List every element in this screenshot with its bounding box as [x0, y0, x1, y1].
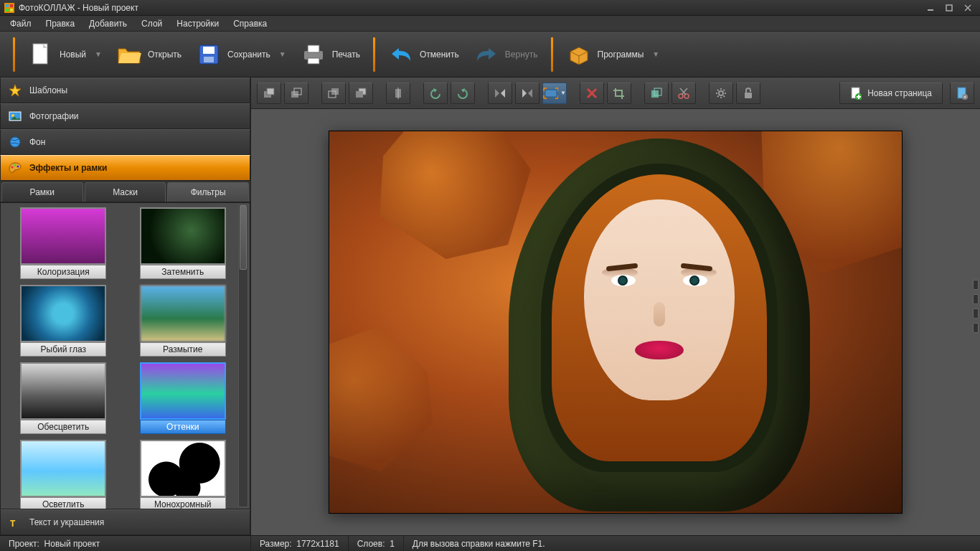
copy-button[interactable] [644, 83, 669, 104]
side-grips [973, 280, 979, 333]
grip[interactable] [973, 280, 979, 290]
grip[interactable] [973, 309, 979, 319]
menu-edit[interactable]: Правка [39, 17, 83, 31]
filter-item-light[interactable]: Осветлить [6, 440, 121, 509]
redo-label: Вернуть [505, 50, 538, 60]
menubar: Файл Правка Добавить Слой Настройки Спра… [0, 16, 980, 32]
open-button[interactable]: Открыть [109, 37, 189, 72]
redo-button[interactable]: Вернуть [466, 37, 545, 72]
undo-icon [388, 42, 414, 67]
accordion-templates[interactable]: Шаблоны [0, 77, 250, 103]
programs-label: Программы [598, 50, 644, 60]
svg-rect-41 [545, 90, 557, 97]
filter-item-blur[interactable]: Размытие [126, 285, 240, 357]
lock-button[interactable] [736, 83, 760, 104]
bring-forward-button[interactable] [284, 83, 308, 104]
svg-point-19 [11, 114, 14, 117]
page-add-icon [850, 87, 862, 100]
filter-item-hue[interactable]: Оттенки [126, 362, 240, 434]
chevron-down-icon: ▼ [279, 50, 286, 58]
print-label: Печать [332, 50, 360, 60]
menu-add[interactable]: Добавить [82, 17, 134, 31]
rotate-right-button[interactable] [451, 83, 475, 104]
open-label: Открыть [148, 50, 182, 60]
flip-v-button[interactable] [515, 83, 540, 104]
layer-toolbar: ▼ Новая страница [251, 77, 980, 109]
side-panel: Шаблоны Фотографии Фон Эффекты и рамки Р… [0, 77, 251, 535]
status-project: Проект: Новый проект [0, 536, 251, 551]
palette-icon [8, 161, 22, 175]
align-center-button[interactable] [386, 83, 410, 104]
svg-rect-15 [308, 45, 319, 52]
menu-layer[interactable]: Слой [134, 17, 169, 31]
status-value: 1 [390, 539, 395, 549]
filter-thumb [20, 285, 106, 342]
accordion-label: Эффекты и рамки [29, 163, 108, 173]
menu-settings[interactable]: Настройки [169, 17, 226, 31]
tab-masks[interactable]: Маски [85, 182, 166, 202]
send-backward-button[interactable] [321, 83, 346, 104]
page-settings-button[interactable] [950, 83, 974, 104]
canvas[interactable] [329, 131, 903, 514]
save-label: Сохранить [227, 50, 270, 60]
flip-h-button[interactable] [488, 83, 512, 104]
tab-filters[interactable]: Фильтры [167, 182, 249, 202]
accordion-effects[interactable]: Эффекты и рамки [0, 155, 250, 181]
canvas-area[interactable] [251, 109, 980, 535]
menu-file[interactable]: Файл [3, 17, 39, 31]
cut-button[interactable] [672, 83, 696, 104]
svg-point-46 [679, 94, 683, 98]
tab-frames[interactable]: Рамки [1, 182, 83, 202]
send-back-button[interactable] [349, 83, 373, 104]
delete-button[interactable] [580, 83, 604, 104]
filter-label: Осветлить [20, 497, 106, 509]
status-label: Размер: [260, 539, 292, 549]
filter-item-desat[interactable]: Обесцветить [6, 362, 121, 434]
svg-marker-37 [495, 89, 499, 98]
scrollbar-thumb[interactable] [240, 205, 247, 270]
new-page-label: Новая страница [867, 88, 932, 98]
crop-button[interactable] [607, 83, 631, 104]
main-toolbar: Новый▼ Открыть Сохранить▼ Печать Отменит… [0, 32, 980, 77]
print-button[interactable]: Печать [293, 37, 367, 72]
grip[interactable] [973, 294, 979, 304]
filter-label: Рыбий глаз [20, 342, 106, 357]
svg-point-50 [719, 91, 723, 95]
rotate-left-button[interactable] [423, 83, 448, 104]
filter-thumb [140, 285, 226, 342]
bring-front-button[interactable] [257, 83, 281, 104]
settings-button[interactable] [709, 83, 733, 104]
filter-label: Колоризация [20, 265, 106, 279]
status-label: Проект: [9, 539, 39, 549]
filter-item-fisheye[interactable]: Рыбий глаз [6, 285, 121, 357]
undo-button[interactable]: Отменить [381, 37, 466, 72]
filter-item-colorize[interactable]: Колоризация [6, 207, 121, 279]
programs-button[interactable]: Программы▼ [559, 37, 667, 72]
svg-rect-16 [308, 58, 319, 64]
filter-item-darken[interactable]: Затемнить [126, 207, 240, 279]
menu-help[interactable]: Справка [226, 17, 274, 31]
close-button[interactable] [960, 3, 976, 13]
chevron-down-icon: ▼ [95, 50, 102, 58]
save-button[interactable]: Сохранить▼ [189, 37, 293, 72]
star-icon [8, 83, 22, 98]
accordion-text[interactable]: T Текст и украшения [0, 509, 250, 535]
scrollbar[interactable] [238, 204, 248, 507]
svg-rect-1 [6, 4, 9, 7]
svg-rect-4 [10, 9, 13, 11]
minimize-button[interactable] [923, 3, 938, 13]
grip[interactable] [973, 323, 979, 333]
toolbar-sep [551, 37, 553, 72]
accordion-background[interactable]: Фон [0, 129, 250, 155]
svg-point-47 [684, 94, 689, 98]
maximize-button[interactable] [941, 3, 957, 13]
filter-item-mono[interactable]: Монохромный [126, 440, 240, 509]
new-button[interactable]: Новый▼ [21, 37, 109, 72]
new-page-button[interactable]: Новая страница [839, 83, 943, 104]
accordion-photos[interactable]: Фотографии [0, 103, 250, 129]
accordion-label: Фотографии [29, 111, 79, 121]
fit-button[interactable]: ▼ [542, 83, 567, 104]
photo-icon [8, 109, 22, 123]
window-title: ФотоКОЛЛАЖ - Новый проект [19, 3, 138, 13]
tab-label: Рамки [30, 187, 55, 197]
